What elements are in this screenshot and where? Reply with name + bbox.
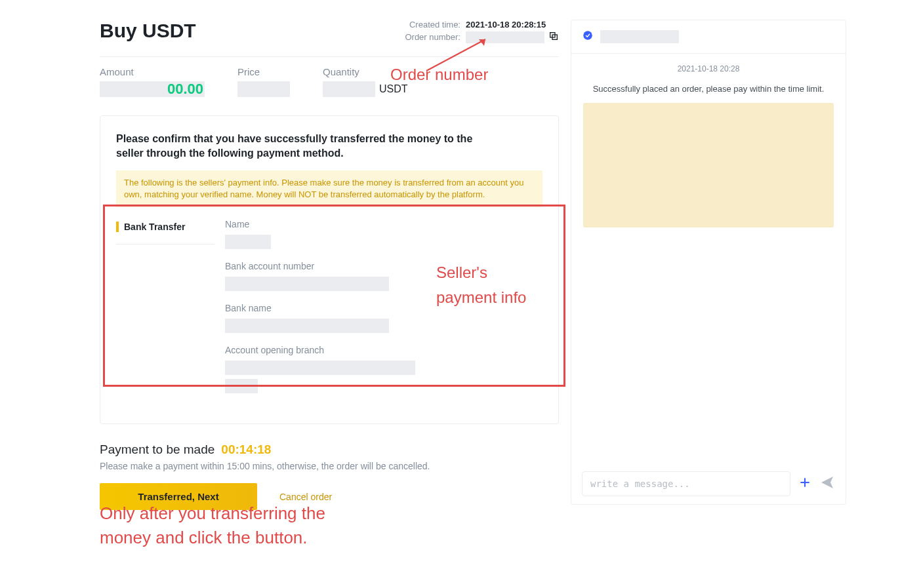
countdown-time: 00:14:18: [221, 442, 271, 457]
created-time-row: Created time: 2021-10-18 20:28:15: [398, 20, 559, 29]
copy-icon[interactable]: [548, 31, 559, 43]
payment-tab-bank-transfer[interactable]: Bank Transfer: [116, 219, 215, 245]
created-time-label: Created time:: [398, 20, 460, 29]
confirm-title: Please confirm that you have successfull…: [116, 132, 497, 161]
bank-account-label: Bank account number: [225, 261, 542, 271]
bank-name-value: [225, 319, 389, 333]
order-number-label: Order number:: [398, 32, 460, 42]
confirm-card: Please confirm that you have successfull…: [100, 115, 559, 424]
quantity-value: [323, 81, 375, 97]
cancel-order-link[interactable]: Cancel order: [279, 492, 332, 502]
name-label: Name: [225, 219, 542, 229]
branch-value-1: [225, 361, 415, 375]
page-title: Buy USDT: [100, 20, 196, 42]
payment-tab-label: Bank Transfer: [124, 222, 185, 232]
bank-name-label: Bank name: [225, 303, 542, 313]
order-number-row: Order number:: [398, 31, 559, 43]
bank-account-value: [225, 277, 389, 291]
price-label: Price: [237, 66, 290, 77]
chat-message-input[interactable]: [582, 471, 790, 496]
attach-button[interactable]: [798, 476, 811, 492]
branch-label: Account opening branch: [225, 345, 542, 355]
amount-value: 00.00: [100, 81, 205, 97]
chat-auto-message: [583, 103, 834, 227]
name-value: [225, 235, 271, 249]
transferred-next-button[interactable]: Transferred, Next: [100, 483, 257, 510]
price-value: [237, 81, 290, 97]
amount-label: Amount: [100, 66, 205, 77]
verified-icon: [582, 29, 594, 44]
send-button[interactable]: [819, 475, 835, 493]
chat-system-message: Successfully placed an order, please pay…: [583, 84, 834, 94]
tab-marker-icon: [116, 222, 119, 232]
chat-panel: 2021-10-18 20:28 Successfully placed an …: [571, 20, 846, 505]
annotation-bottom-2: money and click the button.: [100, 528, 308, 548]
quantity-unit: USDT: [379, 83, 408, 95]
warning-banner: The following is the sellers' payment in…: [116, 170, 542, 207]
divider: [100, 56, 559, 57]
created-time-value: 2021-10-18 20:28:15: [466, 20, 546, 29]
order-number-value: [466, 31, 544, 43]
quantity-label: Quantity: [323, 66, 408, 77]
countdown-hint: Please make a payment within 15:00 mins,…: [100, 461, 559, 471]
countdown-label: Payment to be made: [100, 442, 215, 457]
svg-point-2: [583, 31, 592, 40]
chat-timestamp: 2021-10-18 20:28: [583, 64, 834, 73]
branch-value-2: [225, 379, 258, 393]
seller-name: [600, 30, 679, 43]
